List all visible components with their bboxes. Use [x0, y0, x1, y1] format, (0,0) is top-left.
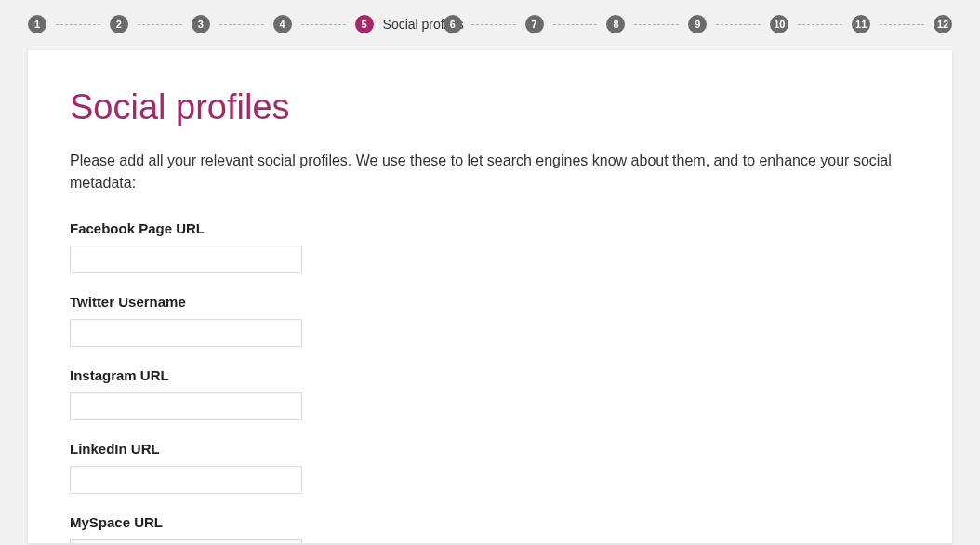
step-5-group: 5 Social profiles [355, 15, 444, 33]
field-twitter-label: Twitter Username [70, 294, 910, 310]
step-6-circle[interactable]: 6 [444, 15, 462, 33]
field-facebook-label: Facebook Page URL [70, 220, 910, 236]
page-title: Social profiles [70, 87, 910, 127]
step-3-circle[interactable]: 3 [192, 15, 210, 33]
step-9-group: 9 [688, 15, 770, 33]
step-connector [798, 24, 842, 25]
field-twitter-input[interactable] [70, 319, 302, 347]
step-connector [553, 24, 598, 25]
step-5-circle[interactable]: 5 [355, 15, 374, 33]
step-3-group: 3 [192, 15, 273, 33]
field-instagram-input[interactable] [70, 392, 302, 420]
field-instagram: Instagram URL [70, 367, 910, 420]
step-connector [880, 24, 924, 25]
field-myspace-label: MySpace URL [70, 514, 910, 530]
field-myspace-input[interactable] [70, 539, 302, 543]
step-9-circle[interactable]: 9 [688, 15, 707, 33]
content-card: Social profiles Please add all your rele… [28, 50, 952, 543]
step-10-circle[interactable]: 10 [770, 15, 788, 33]
field-instagram-label: Instagram URL [70, 367, 910, 383]
step-connector [716, 24, 761, 25]
wizard-stepper: 1 2 3 4 5 Social profiles 6 7 8 9 10 11 [0, 0, 980, 50]
step-connector [634, 24, 679, 25]
step-7-group: 7 [525, 15, 607, 33]
step-8-circle[interactable]: 8 [606, 15, 625, 33]
step-11-circle[interactable]: 11 [852, 15, 870, 33]
page-intro: Please add all your relevant social prof… [70, 150, 910, 194]
field-myspace: MySpace URL [70, 514, 910, 543]
step-2-group: 2 [110, 15, 192, 33]
step-10-group: 10 [770, 15, 852, 33]
field-linkedin: LinkedIn URL [70, 441, 910, 494]
field-linkedin-input[interactable] [70, 466, 302, 494]
step-connector [138, 24, 182, 25]
step-4-group: 4 [273, 15, 355, 33]
field-linkedin-label: LinkedIn URL [70, 441, 910, 457]
step-7-circle[interactable]: 7 [525, 15, 544, 33]
step-1-group: 1 [28, 15, 110, 33]
step-6-group: 6 [444, 15, 525, 33]
step-1-circle[interactable]: 1 [28, 15, 46, 33]
step-11-group: 11 [852, 15, 934, 33]
step-12-group: 12 [934, 15, 952, 33]
field-twitter: Twitter Username [70, 294, 910, 347]
step-4-circle[interactable]: 4 [273, 15, 292, 33]
step-connector [56, 24, 100, 25]
step-connector [219, 24, 264, 25]
field-facebook-input[interactable] [70, 246, 302, 273]
step-8-group: 8 [606, 15, 688, 33]
step-12-circle[interactable]: 12 [934, 15, 952, 33]
step-2-circle[interactable]: 2 [110, 15, 128, 33]
field-facebook: Facebook Page URL [70, 220, 910, 273]
step-connector [471, 24, 516, 25]
step-connector [301, 24, 346, 25]
